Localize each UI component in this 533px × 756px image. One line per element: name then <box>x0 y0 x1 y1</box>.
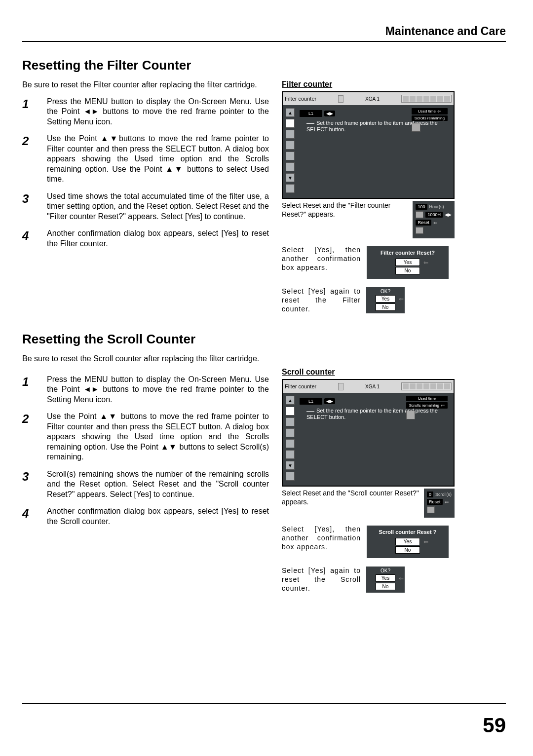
icon <box>286 141 295 150</box>
icon <box>286 162 295 171</box>
step1-4: Another confirmation dialog box appears,… <box>47 228 269 249</box>
value: 0 <box>427 491 433 497</box>
osd-opt2: Scrolls remaining <box>409 403 439 408</box>
arrow-left-icon: ⇐ <box>441 403 445 408</box>
osd-title: Filter counter <box>285 96 316 102</box>
arrow-left-icon: ⇐ <box>445 499 449 505</box>
step2-2: Use the Point ▲▼ buttons to move the red… <box>47 412 269 462</box>
osd-title: Filter counter <box>285 383 316 389</box>
clock-icon <box>416 211 423 218</box>
osd1: Filter counter XGA 1 ▲ ▼ <box>282 91 455 199</box>
no-button[interactable]: No <box>376 583 395 590</box>
chapter-header: Maintenance and Care <box>22 25 506 42</box>
icon <box>286 130 295 139</box>
arrow-left-icon: ⇐ <box>423 259 428 266</box>
osd-sidebar: ▲ ▼ <box>286 108 296 193</box>
dialog3: Scroll counter Reset ? Yes⇐ No <box>366 525 450 559</box>
step1-1: Press the MENU button to display the On-… <box>47 97 269 127</box>
status-box2: 0Scroll(s) Reset⇐ <box>424 489 455 518</box>
icon <box>286 417 295 426</box>
dialog2: OK? Yes⇐ No <box>366 287 405 314</box>
step-num: 3 <box>22 469 47 499</box>
arrow-left-icon: ⇐ <box>399 575 404 582</box>
dialog1: Filter counter Reset? Yes⇐ No <box>366 245 450 280</box>
fan-icon <box>286 119 295 128</box>
triangle-down-icon: ▼ <box>286 173 295 182</box>
arrow-icon: ◀▶ <box>324 398 335 404</box>
chapter-title: Maintenance and Care <box>22 25 506 38</box>
step2-3: Scroll(s) remaining shows the number of … <box>47 469 269 499</box>
triangle-down-icon: ▼ <box>286 461 295 470</box>
no-button[interactable]: No <box>395 267 420 274</box>
arrow-left-icon: ⇐ <box>423 538 428 545</box>
arrow-icon: ◀▶ <box>324 111 335 116</box>
caption1-2: Select [Yes], then another confirmation … <box>282 245 361 272</box>
yes-button[interactable]: Yes⇐ <box>376 295 395 302</box>
menu-item: L1 <box>300 398 322 405</box>
step2-4: Another confirmation dialog box appears,… <box>47 506 269 527</box>
caption1-1: Select Reset and the "Filter counter Res… <box>282 201 410 219</box>
fan-icon <box>286 407 295 416</box>
arrow-left-icon: ⇐ <box>399 296 404 302</box>
step-num: 3 <box>22 191 47 222</box>
frame-icon <box>416 227 423 234</box>
triangle-up-icon: ▲ <box>286 108 295 117</box>
caption2-1: Select Reset and the "Scroll counter Res… <box>282 489 421 506</box>
triangle-up-icon: ▲ <box>286 396 295 405</box>
caption2-2: Select [Yes], then another confirmation … <box>282 525 361 552</box>
osd-sidebar: ▲ ▼ <box>286 396 296 481</box>
icon <box>286 428 295 437</box>
caption2-3: Select [Yes] again to reset the Scroll c… <box>282 566 361 593</box>
osd-opt2: Scrolls remaining <box>412 115 448 121</box>
arrow-icon: ◀▶ <box>445 212 452 217</box>
no-button[interactable]: No <box>395 546 420 554</box>
menu-item: L1 <box>300 110 322 117</box>
osd-icon <box>338 95 343 103</box>
frame-icon <box>412 123 420 132</box>
yes-button[interactable]: Yes⇐ <box>395 259 420 266</box>
reset-label: Reset <box>416 220 431 226</box>
dialog4: OK? Yes⇐ No <box>366 566 405 593</box>
fig2-title: Scroll counter <box>282 368 455 377</box>
page-number: 59 <box>483 714 506 737</box>
osd-opt1: Used time <box>406 396 448 401</box>
unit: Scroll(s) <box>435 492 452 497</box>
step-num: 2 <box>22 412 47 462</box>
step-num: 2 <box>22 134 47 184</box>
reset-label: Reset <box>427 499 443 505</box>
section2-intro: Be sure to reset the Scroll counter afte… <box>22 354 506 364</box>
step-num: 1 <box>22 97 47 127</box>
no-button[interactable]: No <box>376 303 395 311</box>
setting: 1000H <box>425 212 443 218</box>
status-box1: 100Hour(s) 1000H◀▶ Reset⇐ <box>413 201 455 238</box>
footer-rule <box>22 703 506 704</box>
step2-1: Press the MENU button to display the On-… <box>47 375 269 405</box>
fig1-title: Filter counter <box>282 80 455 89</box>
frame-icon <box>427 506 435 513</box>
arrow-left-icon: ⇐ <box>433 220 437 226</box>
icon <box>286 151 295 160</box>
icon <box>286 439 295 448</box>
dialog1-title: Filter counter Reset? <box>370 250 445 256</box>
section2-title: Resetting the Scroll Counter <box>22 332 506 347</box>
osd-mode: XGA 1 <box>365 384 380 389</box>
icon <box>286 450 295 459</box>
osd-icon <box>338 383 343 390</box>
step-num: 4 <box>22 506 47 527</box>
yes-button[interactable]: Yes⇐ <box>395 538 420 545</box>
frame-icon <box>406 411 415 419</box>
icon <box>286 472 295 481</box>
osd2: Filter counter XGA 1 ▲ ▼ <box>282 379 455 487</box>
osd-toolbar <box>401 95 452 103</box>
osd-mode: XGA 1 <box>365 96 380 102</box>
icon <box>286 184 295 193</box>
value: 100 <box>416 204 427 210</box>
unit: Hour(s) <box>429 204 444 209</box>
dialog4-title: OK? <box>368 568 403 573</box>
yes-button[interactable]: Yes⇐ <box>376 574 395 582</box>
step-num: 4 <box>22 228 47 249</box>
step1-2: Use the Point ▲▼buttons to move the red … <box>47 134 269 184</box>
osd-toolbar <box>401 382 452 390</box>
dialog3-title: Scroll counter Reset ? <box>370 529 445 535</box>
section1-title: Resetting the Filter Counter <box>22 58 506 73</box>
